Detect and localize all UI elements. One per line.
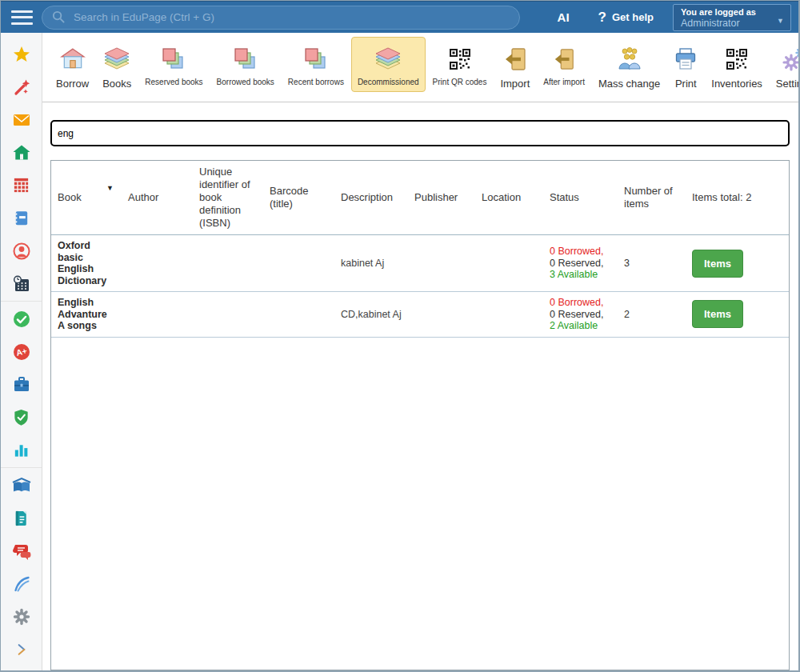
magic-wand-icon	[12, 78, 31, 97]
book-status: 0 Borrowed, 0 Reserved, 2 Available	[543, 292, 618, 338]
toolbar-button-settings[interactable]: Settings	[770, 37, 800, 95]
status-borrowed: 0 Borrowed,	[550, 297, 603, 308]
status-reserved: 0 Reserved,	[550, 258, 603, 269]
column-header-description[interactable]: Description	[334, 161, 408, 235]
column-header-publisher[interactable]: Publisher	[408, 161, 475, 235]
toolbar-label: Mass change	[598, 78, 660, 90]
toolbar-button-inventories[interactable]: Inventories	[705, 37, 769, 95]
toolbar-label: Inventories	[711, 78, 762, 90]
get-help-button[interactable]: ? Get help	[598, 10, 654, 26]
books-table-container: Book ▼ Author Unique identifier of book …	[50, 160, 790, 670]
timetable-grid-icon	[12, 176, 30, 194]
toolbar-button-after-import[interactable]: After import	[537, 37, 591, 92]
column-header-barcode[interactable]: Barcode (title)	[263, 161, 334, 235]
column-header-number-of-items[interactable]: Number of items	[618, 161, 686, 235]
sidebar-item-settings[interactable]	[1, 600, 42, 633]
column-header-book[interactable]: Book ▼	[51, 161, 122, 235]
app-window: AI ? Get help You are logged as Administ…	[0, 0, 800, 672]
toolbar-button-print[interactable]: Print	[667, 37, 704, 95]
library-toolbar: Borrow Books	[42, 33, 798, 102]
toolbar-label: Settings	[776, 78, 800, 90]
sidebar-item-chat[interactable]	[1, 534, 42, 567]
book-description: kabinet Aj	[334, 235, 408, 292]
column-header-author[interactable]: Author	[122, 161, 193, 235]
briefcase-icon	[12, 375, 31, 394]
stacked-squares-icon	[162, 42, 186, 77]
column-header-status[interactable]: Status	[543, 161, 618, 235]
book-barcode	[263, 235, 334, 292]
sidebar-item-sign[interactable]	[1, 567, 42, 600]
gear-icon	[12, 607, 31, 626]
toolbar-label: Reserved books	[145, 78, 202, 86]
toolbar-button-borrowed-books[interactable]: Borrowed books	[210, 37, 281, 92]
toolbar-button-books[interactable]: Books	[96, 37, 138, 95]
ai-button[interactable]: AI	[558, 10, 570, 24]
toolbar-button-decommissioned[interactable]: Decommissioned	[351, 37, 426, 92]
status-available: 2 Available	[550, 320, 598, 331]
column-header-location[interactable]: Location	[475, 161, 543, 235]
toolbar-button-print-qr-codes[interactable]: Print QR codes	[426, 37, 494, 92]
number-of-items: 2	[618, 292, 686, 338]
book-barcode	[263, 292, 334, 338]
column-header-isbn[interactable]: Unique identifier of book definition (IS…	[193, 161, 263, 235]
sidebar-item-grades[interactable]: A+	[1, 335, 42, 368]
house-icon	[60, 42, 86, 77]
import-arrow-icon	[553, 42, 575, 77]
toolbar-label: Books	[102, 78, 131, 90]
documents-icon	[12, 509, 30, 528]
sidebar-item-statistics[interactable]	[1, 434, 42, 466]
user-role: Administrator	[681, 18, 783, 29]
toolbar-button-import[interactable]: Import	[494, 37, 536, 95]
toolbar-label: Borrowed books	[217, 78, 274, 86]
chevron-down-icon: ▼	[777, 17, 784, 25]
sidebar-item-security[interactable]	[1, 401, 42, 434]
toolbar-button-mass-change[interactable]: Mass change	[592, 37, 666, 95]
sidebar-item-wizard[interactable]	[1, 70, 42, 103]
stacked-squares-icon	[304, 42, 328, 77]
sidebar-item-briefcase[interactable]	[1, 368, 42, 401]
items-button[interactable]: Items	[692, 250, 743, 278]
sidebar-item-calendar[interactable]	[1, 267, 42, 300]
global-search[interactable]	[42, 6, 520, 30]
items-cell: Items	[686, 292, 789, 338]
book-publisher	[408, 235, 475, 292]
items-cell: Items	[686, 235, 789, 292]
user-account-dropdown[interactable]: You are logged as Administrator ▼	[673, 4, 791, 31]
notebook-icon	[12, 209, 30, 227]
get-help-label: Get help	[612, 11, 654, 23]
hamburger-menu-icon[interactable]	[11, 10, 33, 25]
sidebar-item-documents[interactable]	[1, 502, 42, 534]
book-stack-icon	[102, 42, 131, 77]
book-isbn	[193, 235, 263, 292]
toolbar-button-recent-borrows[interactable]: Recent borrows	[282, 37, 350, 92]
sidebar-item-notebook[interactable]	[1, 202, 42, 234]
books-table: Book ▼ Author Unique identifier of book …	[51, 161, 789, 338]
book-author	[122, 292, 193, 338]
toolbar-label: After import	[543, 78, 585, 86]
items-button[interactable]: Items	[692, 300, 743, 328]
sidebar-item-approvals[interactable]	[1, 302, 42, 335]
sidebar-item-home[interactable]	[1, 136, 42, 169]
global-search-input[interactable]	[74, 11, 510, 23]
toolbar-button-reserved-books[interactable]: Reserved books	[138, 37, 209, 92]
book-filter-input[interactable]	[50, 120, 790, 146]
sidebar-item-library[interactable]	[1, 469, 42, 502]
table-row[interactable]: English Advanture A songs CD,kabinet Aj …	[51, 292, 789, 338]
toolbar-label: Import	[500, 78, 530, 90]
sidebar-expand-button[interactable]	[1, 633, 42, 666]
sidebar-item-star[interactable]	[1, 38, 42, 70]
table-row[interactable]: Oxford basic English Dictionary kabinet …	[51, 235, 789, 292]
grade-a-plus-icon: A+	[12, 342, 31, 362]
toolbar-label: Recent borrows	[288, 78, 344, 86]
gears-icon	[782, 42, 800, 77]
sidebar-item-messages[interactable]	[1, 103, 42, 136]
sidebar-item-person[interactable]	[1, 234, 42, 267]
toolbar-button-borrow[interactable]: Borrow	[50, 37, 95, 95]
book-title: Oxford basic English Dictionary	[51, 235, 122, 292]
toolbar-label: Print QR codes	[433, 78, 487, 86]
check-circle-icon	[12, 310, 31, 329]
home-icon	[12, 143, 31, 162]
sidebar-item-timetable[interactable]	[1, 169, 42, 202]
content-pane: Borrow Books	[42, 33, 798, 670]
book-publisher	[408, 292, 475, 338]
